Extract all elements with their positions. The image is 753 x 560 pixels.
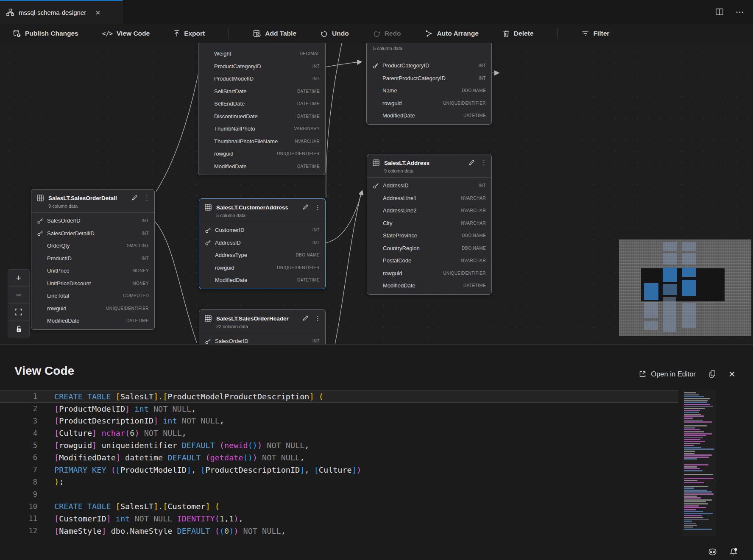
code-minimap[interactable] (682, 390, 716, 536)
column-row[interactable]: ProductCategoryIDINT (367, 59, 491, 72)
column-row[interactable]: rowguidUNIQUEIDENTIFIER (31, 302, 154, 315)
column-row[interactable]: SellEndDateDATETIME (198, 98, 325, 110)
toolbar: Publish Changes</>View CodeExportAdd Tab… (0, 24, 753, 43)
export-icon (173, 30, 180, 37)
notifications-bell-icon[interactable] (729, 547, 739, 557)
column-row[interactable]: ModifiedDateDATETIME (31, 315, 154, 327)
column-row[interactable]: ProductIDINT (31, 252, 154, 265)
edit-table-icon[interactable] (469, 159, 475, 166)
column-row[interactable]: UnitPriceDiscountMONEY (31, 277, 154, 290)
column-row[interactable]: AddressIDINT (199, 237, 325, 249)
copy-code-icon[interactable] (708, 370, 716, 378)
column-row[interactable]: SellStartDateDATETIME (198, 85, 325, 98)
column-row[interactable]: AddressLine1NVARCHAR (367, 192, 491, 205)
minimap-table-block (663, 253, 677, 265)
table-subtitle: 5 column data (373, 46, 486, 51)
column-row[interactable]: AddressIDINT (367, 179, 491, 192)
table-customer_address[interactable]: SalesLT.CustomerAddress⋮5 column dataCus… (199, 198, 326, 289)
table-menu-icon[interactable]: ⋮ (481, 159, 487, 166)
column-name: AddressType (215, 252, 296, 258)
column-row[interactable]: NameDBO.NAME (367, 84, 491, 97)
column-row[interactable]: PostalCodeNVARCHAR (367, 254, 491, 267)
edit-table-icon[interactable] (302, 203, 309, 210)
column-row[interactable]: StateProvinceDBO.NAME (367, 229, 491, 242)
minimap-table-block (663, 297, 676, 332)
table-columns: CustomerIDINTAddressIDINTAddressTypeDBO.… (199, 222, 325, 289)
code-text: [Culture] nchar(6) NOT NULL, (37, 429, 187, 437)
column-type: DATETIME (463, 113, 486, 118)
column-row[interactable]: LineTotalCOMPUTED (31, 290, 154, 302)
close-panel-icon[interactable]: × (729, 368, 735, 379)
code-text: [ModifiedDate] datetime DEFAULT (getdate… (37, 453, 304, 462)
view-code-panel: View Code Open in Editor × 1CREATE TABLE… (0, 344, 753, 560)
table-menu-icon[interactable]: ⋮ (315, 204, 321, 210)
column-row[interactable]: ProductModelIDINT (198, 72, 325, 85)
column-row[interactable]: CountryRegionDBO.NAME (367, 242, 491, 255)
open-in-editor-button[interactable]: Open in Editor (639, 370, 695, 378)
column-row[interactable]: AddressTypeDBO.NAME (199, 249, 325, 262)
status-icons (707, 547, 739, 557)
toolbar-button-publish-changes[interactable]: Publish Changes (13, 29, 78, 38)
toolbar-button-delete[interactable]: Delete (502, 30, 534, 38)
split-editor-icon[interactable] (715, 8, 724, 16)
table-product[interactable]: WeightDECIMALProductCategoryIDINTProduct… (198, 43, 326, 175)
column-row[interactable]: rowguidUNIQUEIDENTIFIER (367, 97, 491, 110)
column-row[interactable]: rowguidUNIQUEIDENTIFIER (198, 148, 325, 160)
column-row[interactable]: AddressLine2NVARCHAR (367, 204, 491, 217)
toolbar-button-filter[interactable]: Filter (581, 30, 609, 37)
column-row[interactable]: ModifiedDateDATETIME (367, 279, 491, 292)
minimap-code-line (684, 457, 709, 458)
table-menu-icon[interactable]: ⋮ (144, 195, 150, 201)
column-row[interactable]: CustomerIDINT (199, 224, 325, 237)
table-grid-icon (204, 203, 212, 211)
zoom-in-button[interactable]: + (8, 270, 29, 287)
schema-canvas[interactable]: WeightDECIMALProductCategoryIDINTProduct… (0, 43, 753, 344)
edit-table-icon[interactable] (302, 315, 309, 321)
column-row[interactable]: ThumbnailPhotoFileNameNVARCHAR (198, 135, 325, 148)
table-address[interactable]: SalesLT.Address⋮9 column dataAddressIDIN… (367, 154, 492, 295)
toolbar-button-undo[interactable]: Undo (320, 30, 349, 38)
toolbar-button-add-table[interactable]: Add Table (253, 29, 296, 38)
table-product_category[interactable]: 5 column dataProductCategoryIDINTParentP… (366, 43, 492, 125)
tab-mssql-schema-designer[interactable]: mssql-schema-designer × (0, 0, 123, 24)
column-row[interactable]: ThumbNailPhotoVARBINARY (198, 123, 325, 135)
column-row[interactable]: ModifiedDateDATETIME (198, 160, 325, 173)
minimap-code-line (684, 421, 712, 423)
column-row[interactable]: SalesOrderIDINT (31, 215, 154, 227)
column-row[interactable]: OrderQtySMALLINT (31, 240, 154, 252)
code-line: 5[rowguid] uniqueidentifier DEFAULT (new… (0, 439, 678, 451)
column-row[interactable]: CityNVARCHAR (367, 217, 491, 230)
minimap-code-line (684, 507, 706, 508)
more-actions-icon[interactable]: ⋯ (736, 7, 745, 17)
table-sales_order_detail[interactable]: SalesLT.SalesOrderDetail⋮9 column dataSa… (31, 189, 155, 330)
column-row[interactable]: ModifiedDateDATETIME (367, 109, 491, 122)
table-columns: WeightDECIMALProductCategoryIDINTProduct… (198, 43, 325, 175)
column-name: ModifiedDate (382, 112, 463, 119)
lock-layout-button[interactable] (8, 320, 29, 337)
column-row[interactable]: rowguidUNIQUEIDENTIFIER (367, 267, 491, 280)
minimap-code-line (684, 484, 716, 485)
column-row[interactable]: ModifiedDateDATETIME (199, 274, 325, 287)
column-row[interactable]: ParentProductCategoryIDINT (367, 72, 491, 85)
column-row[interactable]: DiscontinuedDateDATETIME (198, 110, 325, 123)
edit-table-icon[interactable] (131, 194, 138, 201)
column-row[interactable]: WeightDECIMAL (198, 47, 325, 60)
tab-close-icon[interactable]: × (94, 8, 102, 17)
column-row[interactable]: UnitPriceMONEY (31, 265, 154, 277)
zoom-out-button[interactable]: − (8, 287, 29, 304)
column-row[interactable]: ProductCategoryIDINT (198, 60, 325, 73)
fit-view-button[interactable] (8, 304, 29, 320)
table-menu-icon[interactable]: ⋮ (315, 315, 321, 321)
toolbar-button-view-code[interactable]: </>View Code (102, 30, 150, 37)
column-type: UNIQUEIDENTIFIER (443, 271, 486, 276)
copilot-icon[interactable] (707, 547, 718, 557)
toolbar-button-export[interactable]: Export (173, 30, 205, 37)
column-row[interactable]: SalesOrderDetailIDINT (31, 227, 154, 240)
table-sales_order_header[interactable]: SalesLT.SalesOrderHeader⋮22 column dataS… (199, 309, 326, 344)
toolbar-button-auto-arrange[interactable]: Auto Arrange (424, 29, 478, 38)
column-row[interactable]: rowguidUNIQUEIDENTIFIER (199, 262, 325, 274)
canvas-minimap[interactable] (619, 240, 751, 336)
sql-code-viewer[interactable]: 1CREATE TABLE [SalesLT].[ProductModelPro… (0, 390, 678, 540)
toolbar-button-redo[interactable]: Redo (373, 30, 401, 38)
column-row[interactable]: SalesOrderIDINT (199, 335, 325, 344)
